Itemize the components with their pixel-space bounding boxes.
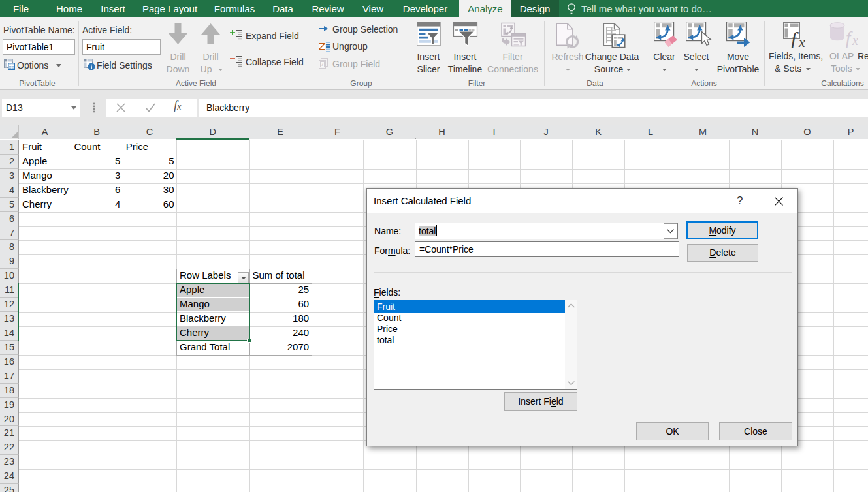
svg-text:x: x: [798, 34, 805, 48]
svg-text:7: 7: [321, 61, 324, 67]
svg-text:x: x: [852, 33, 858, 48]
